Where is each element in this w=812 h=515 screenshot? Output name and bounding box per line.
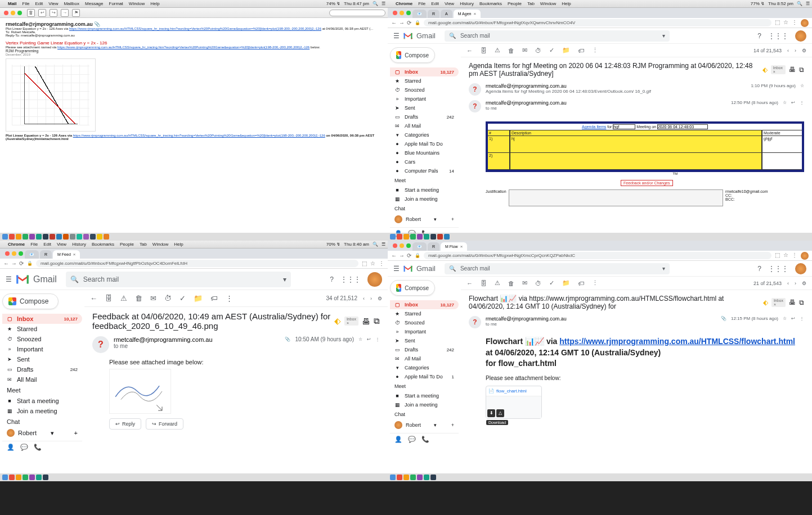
app-name[interactable]: Chrome [396, 1, 412, 6]
start-meeting-button[interactable]: ■Start a meeting [390, 186, 459, 195]
macos-dock[interactable] [0, 233, 388, 241]
settings-icon[interactable]: ⚙ [802, 281, 806, 286]
more-icon[interactable]: ⋮ [226, 294, 233, 302]
address-input[interactable]: mail.google.com/mail/u/0/#inbox/FMfcgxwH… [36, 260, 358, 267]
menu-extras-icon[interactable]: ☰ [382, 1, 385, 6]
account-avatar[interactable] [795, 30, 806, 42]
reply-all-icon[interactable]: ↪ [50, 9, 57, 17]
zoom-icon[interactable] [17, 11, 22, 15]
snooze-icon[interactable]: ⏱ [535, 47, 541, 54]
spam-icon[interactable]: ⚠ [120, 294, 127, 302]
hangouts-icon[interactable]: 💬 [20, 444, 28, 451]
close-icon[interactable] [4, 11, 8, 15]
browser-tab[interactable]: R [428, 242, 439, 251]
unread-icon[interactable]: ✉ [522, 47, 527, 54]
person-icon[interactable]: 👤 [7, 444, 15, 451]
important-marker-icon[interactable]: ⬖ [762, 66, 768, 74]
sidebar-item-apple-mail-to-do[interactable]: ●Apple Mail To Do1 [390, 372, 459, 381]
account-avatar[interactable] [367, 272, 382, 287]
sidebar-item-all-mail[interactable]: ✉All Mail [390, 354, 459, 363]
agenda-name-input[interactable] [613, 124, 635, 129]
move-icon[interactable]: 📁 [562, 279, 570, 287]
site-info-icon[interactable]: 🔒 [415, 20, 420, 25]
tasks-icon[interactable]: ✓ [549, 279, 554, 287]
more-icon[interactable]: ⋮ [800, 316, 804, 321]
chat-user-row[interactable]: Robert▾+ [2, 427, 82, 439]
sidebar-item-inbox[interactable]: ▢Inbox10,127 [390, 67, 459, 76]
flowchart-link[interactable]: https://www.rjmprogramming.com.au/HTMLCS… [559, 337, 795, 346]
save-drive-icon[interactable]: △ [496, 409, 504, 417]
print-icon[interactable]: 🖶 [789, 299, 796, 306]
footer-link[interactable]: https://www.rjmprogramming.com.au/HTMLCS… [73, 134, 325, 137]
new-chat-icon[interactable]: + [74, 430, 78, 436]
reload-icon[interactable]: ⟳ [407, 20, 411, 26]
macos-dock[interactable] [388, 473, 812, 481]
attachment-card[interactable]: 📄flow_chart.html ⬇△ Download [486, 386, 542, 419]
spam-icon[interactable]: ⚠ [495, 47, 500, 54]
inbox-label[interactable]: Inbox × [344, 317, 358, 326]
delete-icon[interactable]: 🗑 [508, 47, 514, 54]
compose-button[interactable]: Compose [390, 47, 435, 63]
address-input[interactable]: mail.google.com/mail/u/0/#inbox/FMfcgxwH… [424, 19, 771, 26]
forward-icon[interactable]: → [11, 260, 17, 266]
popout-icon[interactable]: ⧉ [374, 316, 380, 326]
browser-tab[interactable]: 📧 [412, 10, 427, 18]
delete-icon[interactable]: 🗑 [135, 294, 142, 302]
menu-edit[interactable]: Edit [35, 1, 43, 6]
more-icon[interactable]: ⋮ [800, 100, 804, 105]
important-marker-icon[interactable]: ⬖ [763, 299, 768, 306]
menu-mailbox[interactable]: Mailbox [64, 1, 79, 6]
back-icon[interactable]: ← [466, 280, 473, 287]
sidebar-item-inbox[interactable]: ▢Inbox10,127 [390, 300, 459, 309]
reply-icon[interactable]: ↩ [367, 337, 371, 342]
prev-icon[interactable]: ‹ [787, 48, 789, 53]
zoom-icon[interactable] [406, 11, 411, 15]
site-info-icon[interactable]: 🔒 [27, 261, 33, 266]
join-meeting-button[interactable]: ▦Join a meeting [390, 400, 459, 409]
star-icon[interactable]: ☆ [783, 19, 788, 27]
sidebar-item-sent[interactable]: ➤Sent [2, 354, 82, 364]
main-menu-icon[interactable]: ☰ [393, 265, 400, 273]
sidebar-item-computer-pals[interactable]: ●Computer Pals14 [390, 166, 459, 175]
reply-button[interactable]: ↩Reply [109, 418, 141, 430]
close-icon[interactable] [393, 11, 397, 15]
reply-icon[interactable]: ↩ [791, 100, 795, 105]
prev-icon[interactable]: ‹ [363, 296, 365, 301]
site-info-icon[interactable]: 🔒 [415, 253, 420, 258]
sidebar-item-drafts[interactable]: ▭Drafts242 [2, 364, 82, 374]
sidebar-item-snoozed[interactable]: ⏱Snoozed [390, 318, 459, 327]
agenda-date-input[interactable] [657, 124, 708, 129]
phone-icon[interactable]: 📞 [34, 444, 42, 451]
sidebar-item-all-mail[interactable]: ✉All Mail [390, 121, 459, 130]
sidebar-item-snoozed[interactable]: ⏱Snoozed [2, 334, 82, 344]
menu-icon[interactable]: ⋮ [792, 19, 797, 27]
app-name[interactable]: Mail [8, 1, 17, 6]
start-meeting-button[interactable]: ■Start a meeting [2, 396, 82, 406]
profile-avatar[interactable] [801, 252, 809, 260]
browser-tab-active[interactable]: M Feed× [53, 250, 80, 259]
back-icon[interactable]: ← [3, 260, 9, 266]
snooze-icon[interactable]: ⏱ [164, 294, 172, 302]
browser-tab-active[interactable]: M Agen× [454, 10, 481, 18]
tasks-icon[interactable]: ✓ [180, 294, 186, 302]
back-icon[interactable]: ← [90, 294, 97, 302]
important-marker-icon[interactable]: ⬖ [334, 316, 341, 326]
print-icon[interactable]: 🖶 [362, 317, 370, 326]
collapsed-sender-row[interactable]: ? rmetcalfe@rjmprogramming.com.auAgenda … [469, 81, 804, 98]
forward-icon[interactable]: → [399, 20, 405, 26]
support-icon[interactable]: ? [330, 275, 334, 283]
sidebar-item-important[interactable]: »Important [2, 344, 82, 354]
sidebar-item-snoozed[interactable]: ⏱Snoozed [390, 85, 459, 94]
sidebar-item-sent[interactable]: ➤Sent [390, 103, 459, 112]
sidebar-item-categories[interactable]: ▾Categories [390, 363, 459, 372]
spotlight-icon[interactable]: 🔍 [373, 1, 378, 6]
forward-button[interactable]: ↪Forward [146, 418, 183, 430]
more-icon[interactable]: ⋮ [592, 279, 598, 287]
next-icon[interactable]: › [370, 296, 372, 301]
next-icon[interactable]: › [795, 281, 796, 286]
agenda-mod-input[interactable] [762, 153, 802, 170]
menu-format[interactable]: Format [109, 1, 123, 6]
label-icon[interactable]: 🏷 [578, 280, 584, 287]
body-link[interactable]: https://www.rjmprogramming.com.au/HTMLCS… [57, 46, 309, 49]
delete-icon[interactable]: 🗑 [508, 280, 514, 287]
